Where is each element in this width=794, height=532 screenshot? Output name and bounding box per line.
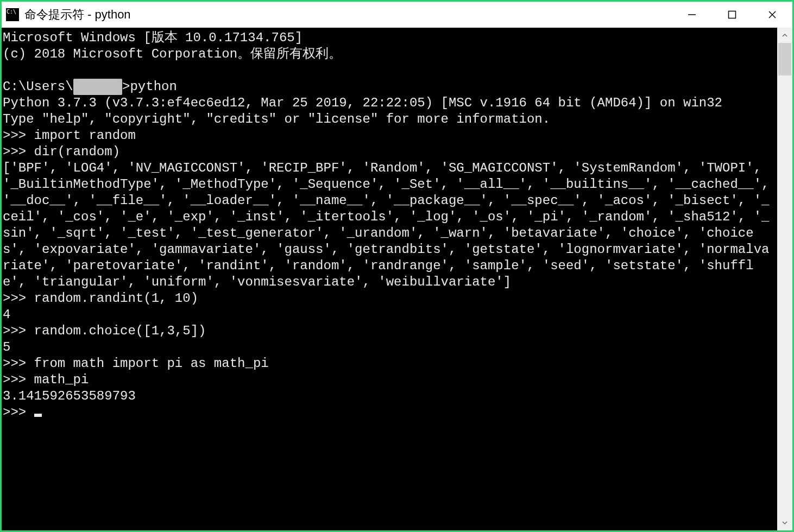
repl-prompt: >>> <box>3 144 34 159</box>
minimize-icon <box>687 10 697 20</box>
repl-prompt: >>> <box>3 291 34 306</box>
repl-prompt: >>> <box>3 324 34 338</box>
minimize-button[interactable] <box>672 2 712 28</box>
repl-input-2: dir(random) <box>34 144 120 159</box>
repl-prompt: >>> <box>3 372 34 387</box>
repl-output-6: 3.141592653589793 <box>3 389 136 403</box>
repl-input-6: math_pi <box>34 372 89 387</box>
repl-prompt: >>> <box>3 405 34 420</box>
close-button[interactable] <box>752 2 792 28</box>
client-area: Microsoft Windows [版本 10.0.17134.765] (c… <box>2 28 792 530</box>
python-banner: Python 3.7.3 (v3.7.3:ef4ec6ed12, Mar 25 … <box>3 96 722 110</box>
maximize-button[interactable] <box>712 2 752 28</box>
repl-input-1: import random <box>34 128 136 143</box>
titlebar[interactable]: 命令提示符 - python <box>2 2 792 28</box>
window-controls <box>672 2 792 28</box>
repl-output-3: 4 <box>3 307 10 322</box>
repl-output-4: 5 <box>3 340 10 354</box>
repl-prompt: >>> <box>3 128 34 143</box>
window-frame: 命令提示符 - python Microsoft Windows [版本 10.… <box>0 0 794 532</box>
maximize-icon <box>728 10 736 19</box>
repl-input-5: from math import pi as math_pi <box>34 356 269 371</box>
redacted-username <box>73 79 122 95</box>
chevron-up-icon <box>782 33 787 38</box>
line-copyright: (c) 2018 Microsoft Corporation。保留所有权利。 <box>3 47 342 61</box>
vertical-scrollbar[interactable] <box>777 28 792 530</box>
scroll-down-button[interactable] <box>777 515 792 530</box>
scroll-up-button[interactable] <box>777 28 792 43</box>
line-windows-version: Microsoft Windows [版本 10.0.17134.765] <box>3 30 303 45</box>
scroll-thumb[interactable] <box>778 43 791 75</box>
cmd-icon <box>6 8 19 21</box>
cursor <box>34 414 42 417</box>
window-title: 命令提示符 - python <box>24 7 131 23</box>
repl-input-3: random.randint(1, 10) <box>34 291 198 306</box>
chevron-down-icon <box>782 520 787 525</box>
repl-prompt: >>> <box>3 356 34 371</box>
shell-command: >python <box>122 79 177 94</box>
close-icon <box>767 10 777 20</box>
svg-rect-1 <box>729 11 736 18</box>
repl-output-2: ['BPF', 'LOG4', 'NV_MAGICCONST', 'RECIP_… <box>3 161 777 289</box>
python-help-line: Type "help", "copyright", "credits" or "… <box>3 112 550 126</box>
repl-input-4: random.choice([1,3,5]) <box>34 324 206 338</box>
scroll-track[interactable] <box>777 43 792 515</box>
shell-prompt-prefix: C:\Users\ <box>3 79 73 94</box>
terminal[interactable]: Microsoft Windows [版本 10.0.17134.765] (c… <box>2 28 777 530</box>
